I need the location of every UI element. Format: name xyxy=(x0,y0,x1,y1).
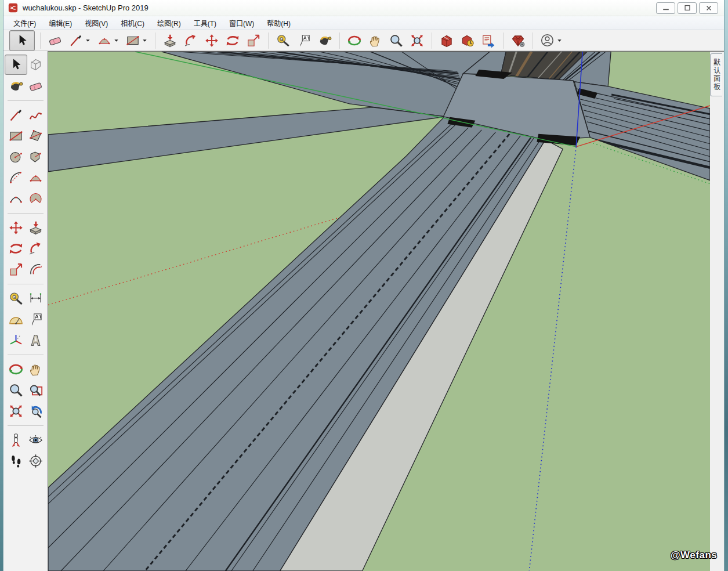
shapes-dropdown[interactable] xyxy=(142,37,148,44)
maximize-button[interactable] xyxy=(678,2,697,14)
title-bar[interactable]: wuchalukou.skp - SketchUp Pro 2019 xyxy=(3,0,724,16)
eraser-button[interactable] xyxy=(46,31,64,50)
pan-button[interactable] xyxy=(366,31,385,50)
text-button[interactable] xyxy=(295,31,313,50)
arc-button[interactable] xyxy=(6,168,26,187)
account-dropdown[interactable] xyxy=(556,37,563,44)
dimension-button[interactable] xyxy=(26,289,45,308)
default-panel-tab[interactable]: 默认面板 xyxy=(710,53,722,96)
push-pull-button[interactable] xyxy=(26,218,45,237)
circle-button[interactable] xyxy=(6,147,26,167)
toolbar-separator xyxy=(268,32,269,49)
3d-text-icon xyxy=(28,333,44,348)
eraser-button[interactable] xyxy=(26,77,45,96)
zoom-extents-button[interactable] xyxy=(408,31,426,50)
zoom-button[interactable] xyxy=(387,31,405,50)
polygon-icon xyxy=(28,149,44,165)
menu-item-view[interactable]: 视图(V) xyxy=(78,16,114,30)
walk-button[interactable] xyxy=(6,451,26,471)
follow-me-button[interactable] xyxy=(182,31,200,50)
layout-export-button[interactable] xyxy=(479,31,498,50)
position-camera-icon xyxy=(8,432,24,448)
paint-bucket-button[interactable] xyxy=(316,31,334,50)
menu-item-file[interactable]: 文件(F) xyxy=(7,16,42,30)
section-plane-button[interactable] xyxy=(26,451,45,471)
zoom-icon xyxy=(8,382,24,398)
3d-text-button[interactable] xyxy=(26,331,45,350)
menu-item-help[interactable]: 帮助(H) xyxy=(260,16,297,30)
orbit-button[interactable] xyxy=(6,360,26,379)
menu-item-draw[interactable]: 绘图(R) xyxy=(151,16,187,30)
axes-button[interactable] xyxy=(6,331,26,350)
walk-icon xyxy=(8,453,24,469)
rotate-icon xyxy=(225,33,240,48)
tool-palette-divider xyxy=(8,100,44,101)
line-button[interactable] xyxy=(67,31,93,50)
scale-button[interactable] xyxy=(244,31,263,50)
share-model-icon xyxy=(460,33,475,48)
pan-icon xyxy=(28,362,44,377)
move-button[interactable] xyxy=(202,31,221,50)
rotated-rectangle-button[interactable] xyxy=(26,127,45,146)
shapes-button[interactable] xyxy=(124,31,150,50)
look-around-button[interactable] xyxy=(26,431,45,450)
polygon-button[interactable] xyxy=(26,147,45,167)
line-dropdown[interactable] xyxy=(85,37,91,44)
text-icon xyxy=(296,33,312,48)
protractor-button[interactable] xyxy=(6,310,26,329)
tape-measure-button[interactable] xyxy=(6,289,26,308)
line-button[interactable] xyxy=(6,106,26,125)
rectangle-button[interactable] xyxy=(6,127,26,146)
account-icon xyxy=(540,33,555,48)
select-icon xyxy=(8,57,24,73)
paint-bucket-icon xyxy=(8,78,24,94)
rectangle-icon xyxy=(8,128,24,144)
scale-button[interactable] xyxy=(6,260,26,279)
freehand-button[interactable] xyxy=(26,106,45,125)
move-button[interactable] xyxy=(6,218,26,237)
extension-warehouse-button[interactable] xyxy=(509,31,527,50)
menu-item-tools[interactable]: 工具(T) xyxy=(187,16,223,30)
two-point-arc-button[interactable] xyxy=(26,168,45,187)
pie-button[interactable] xyxy=(26,189,45,208)
zoom-extents-button[interactable] xyxy=(6,402,26,421)
window-border-right xyxy=(724,0,728,571)
tape-measure-button[interactable] xyxy=(274,31,292,50)
zoom-button[interactable] xyxy=(6,381,26,400)
share-model-button[interactable] xyxy=(458,31,477,50)
pan-button[interactable] xyxy=(26,360,45,379)
zoom-window-button[interactable] xyxy=(26,381,45,400)
push-pull-button[interactable] xyxy=(161,31,179,50)
menu-bar: 文件(F)编辑(E)视图(V)相机(C)绘图(R)工具(T)窗口(W)帮助(H) xyxy=(3,16,724,30)
previous-button[interactable] xyxy=(26,402,45,421)
viewport-canvas[interactable] xyxy=(48,51,710,571)
menu-item-edit[interactable]: 编辑(E) xyxy=(42,16,78,30)
text-button[interactable] xyxy=(26,310,45,329)
rotate-button[interactable] xyxy=(223,31,242,50)
menu-item-window[interactable]: 窗口(W) xyxy=(223,16,260,30)
minimize-button[interactable] xyxy=(656,2,675,14)
orbit-button[interactable] xyxy=(345,31,364,50)
paint-bucket-button[interactable] xyxy=(6,77,26,96)
close-button[interactable] xyxy=(699,2,718,14)
position-camera-button[interactable] xyxy=(6,431,26,450)
offset-button[interactable] xyxy=(26,260,45,279)
arcs-dropdown[interactable] xyxy=(113,37,119,44)
push-pull-icon xyxy=(28,220,44,236)
account-button[interactable] xyxy=(538,31,564,50)
select-button[interactable] xyxy=(9,30,35,51)
two-point-arc-icon xyxy=(28,170,44,186)
tool-palette-divider xyxy=(8,425,44,426)
follow-me-button[interactable] xyxy=(26,239,45,258)
three-point-arc-button[interactable] xyxy=(6,189,26,208)
orbit-icon xyxy=(347,33,362,48)
move-icon xyxy=(8,220,24,236)
offset-icon xyxy=(28,262,44,277)
paint-bucket-icon xyxy=(317,33,332,48)
rotate-button[interactable] xyxy=(6,239,26,258)
arcs-button[interactable] xyxy=(95,31,121,50)
menu-item-camera[interactable]: 相机(C) xyxy=(114,16,151,30)
3d-warehouse-button[interactable] xyxy=(437,31,456,50)
select-button[interactable] xyxy=(5,55,27,75)
make-component-button[interactable] xyxy=(26,55,45,75)
